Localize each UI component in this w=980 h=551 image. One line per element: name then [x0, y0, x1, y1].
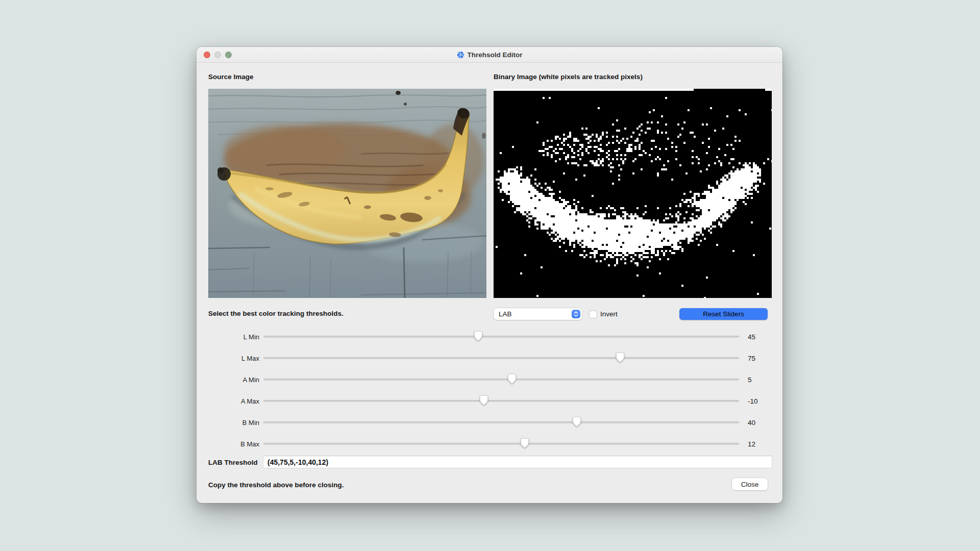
slider-row-b-max: B Max12: [197, 436, 772, 452]
window-title: Threhsold Editor: [468, 51, 523, 59]
colorspace-selected-value: LAB: [499, 310, 512, 318]
binary-image-label: Binary Image (white pixels are tracked p…: [494, 73, 643, 81]
source-image: [208, 89, 486, 298]
slider-value-a-max: -10: [748, 397, 758, 405]
slider-track-b-max[interactable]: [263, 443, 739, 445]
binary-image: [494, 89, 772, 298]
threshold-input[interactable]: [263, 456, 772, 468]
slider-value-l-min: 45: [748, 333, 755, 341]
slider-thumb-l-max[interactable]: [616, 353, 624, 363]
slider-thumb-l-min[interactable]: [474, 331, 482, 342]
invert-control: Invert: [590, 308, 618, 320]
slider-row-a-max: A Max-10: [197, 393, 772, 409]
slider-value-a-min: 5: [748, 376, 752, 384]
instructions-text: Select the best color tracking threshold…: [208, 310, 344, 317]
slider-value-b-max: 12: [748, 440, 755, 448]
minimize-window-button[interactable]: [214, 52, 221, 58]
close-button[interactable]: Close: [732, 478, 768, 490]
slider-label-a-max: A Max: [197, 397, 259, 405]
slider-label-b-min: B Min: [197, 419, 259, 427]
slider-thumb-a-max[interactable]: [480, 395, 488, 406]
invert-label: Invert: [600, 310, 618, 318]
slider-label-l-max: L Max: [197, 355, 259, 362]
invert-checkbox[interactable]: [590, 311, 597, 318]
slider-label-l-min: L Min: [197, 333, 259, 341]
copy-note: Copy the threshold above before closing.: [208, 479, 344, 491]
close-window-button[interactable]: [204, 52, 210, 58]
threshold-label: LAB Threshold: [208, 456, 258, 469]
slider-row-b-min: B Min40: [197, 415, 772, 430]
slider-thumb-a-min[interactable]: [508, 374, 516, 385]
zoom-window-button[interactable]: [225, 52, 232, 58]
slider-row-l-max: L Max75: [197, 350, 772, 366]
window-titlebar[interactable]: Threhsold Editor: [197, 47, 782, 63]
traffic-lights: [204, 47, 232, 62]
slider-value-b-min: 40: [748, 419, 755, 427]
colorspace-dropdown[interactable]: LAB: [494, 308, 582, 320]
app-aperture-icon: [457, 51, 464, 59]
slider-value-l-max: 75: [748, 355, 755, 362]
slider-row-l-min: L Min45: [197, 329, 772, 344]
slider-track-b-min[interactable]: [263, 421, 739, 423]
threshold-editor-window: Threhsold Editor Source Image Binary Ima…: [197, 47, 782, 503]
dropdown-chevrons-icon: [572, 310, 580, 318]
slider-row-a-min: A Min5: [197, 372, 772, 387]
desktop-background: Threhsold Editor Source Image Binary Ima…: [0, 0, 980, 551]
slider-track-l-min[interactable]: [263, 336, 739, 338]
slider-label-a-min: A Min: [197, 376, 259, 384]
source-image-label: Source Image: [208, 73, 254, 81]
slider-thumb-b-max[interactable]: [521, 438, 529, 449]
slider-track-l-max[interactable]: [263, 357, 739, 359]
slider-thumb-b-min[interactable]: [573, 417, 581, 428]
slider-track-a-min[interactable]: [263, 379, 739, 381]
slider-track-a-max[interactable]: [263, 400, 739, 402]
reset-sliders-button[interactable]: Reset Sliders: [679, 308, 768, 320]
slider-label-b-max: B Max: [197, 440, 259, 448]
binary-image-canvas: [494, 89, 772, 298]
